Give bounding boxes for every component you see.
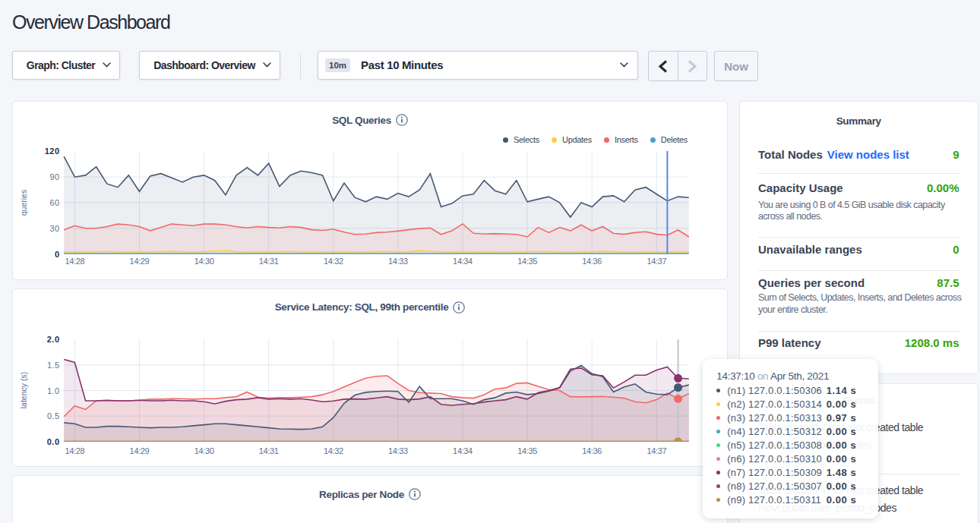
- svg-text:14:37: 14:37: [646, 257, 666, 266]
- svg-text:14:35: 14:35: [517, 446, 537, 455]
- svg-text:14:28: 14:28: [65, 446, 85, 455]
- svg-text:14:31: 14:31: [259, 446, 279, 455]
- svg-text:60: 60: [49, 198, 59, 207]
- svg-text:14:35: 14:35: [517, 257, 537, 266]
- svg-text:latency (s): latency (s): [19, 371, 28, 408]
- svg-text:0: 0: [55, 250, 60, 259]
- svg-text:14:28: 14:28: [65, 257, 85, 266]
- svg-text:120: 120: [45, 147, 60, 156]
- svg-text:90: 90: [49, 172, 59, 181]
- svg-text:14:31: 14:31: [259, 257, 279, 266]
- svg-text:14:29: 14:29: [130, 257, 150, 266]
- svg-text:14:34: 14:34: [453, 257, 473, 266]
- svg-text:14:30: 14:30: [194, 257, 214, 266]
- svg-text:14:30: 14:30: [194, 446, 214, 455]
- svg-text:0.5: 0.5: [47, 411, 60, 421]
- svg-text:14:33: 14:33: [388, 257, 408, 266]
- svg-text:0.0: 0.0: [47, 436, 60, 446]
- svg-text:queries: queries: [19, 190, 28, 216]
- svg-text:14:32: 14:32: [324, 446, 343, 455]
- svg-text:14:36: 14:36: [582, 257, 602, 266]
- svg-text:14:34: 14:34: [453, 446, 473, 455]
- svg-text:30: 30: [49, 224, 59, 233]
- svg-text:14:36: 14:36: [582, 446, 602, 455]
- svg-text:14:33: 14:33: [388, 446, 408, 455]
- svg-text:14:32: 14:32: [324, 257, 343, 266]
- svg-text:14:37: 14:37: [646, 446, 666, 455]
- svg-text:14:29: 14:29: [130, 446, 150, 455]
- svg-text:1.0: 1.0: [47, 386, 60, 395]
- svg-text:1.5: 1.5: [47, 360, 60, 369]
- svg-text:2.0: 2.0: [47, 335, 60, 344]
